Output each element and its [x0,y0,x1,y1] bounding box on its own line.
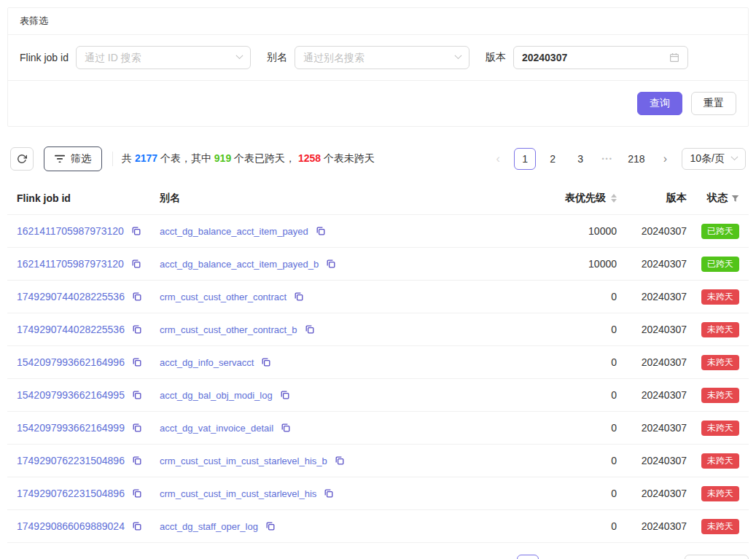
page-button-3[interactable]: 3 [569,148,591,170]
copy-icon[interactable] [133,456,141,465]
alias-cell: crm_cust_cust_other_contract_b [160,324,477,335]
copy-icon[interactable] [262,358,270,367]
sort-icon[interactable] [611,194,617,203]
job-id-cell: 1542097993662164999 [17,422,148,434]
table-row: 1749290762231504896 crm_cust_cust_im_cus… [7,445,749,477]
alias-link[interactable]: acct_dg_balance_acct_item_payed_b [160,259,319,270]
copy-icon[interactable] [133,489,141,498]
page-button-last[interactable]: 218 [623,148,649,170]
page-button-2[interactable]: 2 [545,555,566,559]
refresh-button[interactable] [10,147,34,171]
copy-icon[interactable] [305,325,314,334]
total-count: 2177 [135,152,157,164]
alias-cell: acct_dg_balance_acct_item_payed [160,225,477,237]
job-id-link[interactable]: 1621411705987973120 [17,258,124,270]
copy-icon[interactable] [133,391,141,399]
prev-page-button[interactable]: ‹ [491,555,511,559]
copy-icon[interactable] [335,456,344,465]
alias-link[interactable]: crm_cust_cust_im_cust_starlevel_his_b [160,456,327,466]
status-badge: 未跨天 [701,322,739,337]
copy-icon[interactable] [132,227,141,235]
copy-icon[interactable] [266,522,275,531]
job-id-link[interactable]: 1749290744028225536 [17,324,125,335]
page-button-last[interactable]: 218 [626,555,652,559]
page-size-select[interactable]: 10条/页 [682,148,746,170]
copy-icon[interactable] [133,292,141,301]
status-cell: 未跨天 [698,388,739,403]
page-button-1[interactable]: 1 [517,555,539,559]
alias-link[interactable]: crm_cust_cust_other_contract [160,292,287,302]
alias-cell: crm_cust_cust_im_cust_starlevel_his_b [160,455,477,466]
status-badge: 未跨天 [701,486,739,501]
version-cell: 20240307 [628,488,687,499]
job-id-link[interactable]: 1749290744028225536 [17,291,125,302]
next-page-button[interactable]: › [658,555,679,559]
filter-button[interactable]: 筛选 [44,146,102,171]
alias-link[interactable]: acct_dg_vat_invoice_detail [160,423,273,434]
page-size-select[interactable]: 10条/页 [685,555,749,559]
page-size-value: 10条/页 [690,152,725,165]
calendar-icon [669,52,679,63]
copy-icon[interactable] [133,522,141,531]
alias-link[interactable]: acct_dg_info_servacct [160,357,254,368]
query-button[interactable]: 查询 [637,92,682,115]
page-button-1[interactable]: 1 [514,148,536,170]
job-id-input[interactable] [85,52,228,63]
copy-icon[interactable] [133,358,141,367]
page-button-3[interactable]: 3 [572,555,594,559]
job-id-link[interactable]: 1749290866069889024 [17,520,125,532]
page-jump-ellipsis[interactable]: ••• [600,555,620,559]
copy-icon[interactable] [295,292,303,301]
filter-panel-title: 表筛选 [8,8,748,35]
version-cell: 20240307 [628,291,687,302]
column-filter-icon[interactable] [731,195,739,203]
alias-cell: crm_cust_cust_im_cust_starlevel_his [160,488,477,499]
copy-icon[interactable] [316,227,325,235]
alias-link[interactable]: acct_dg_bal_obj_modi_log [160,390,273,401]
status-cell: 未跨天 [698,355,739,370]
job-id-link[interactable]: 1542097993662164995 [17,389,125,401]
job-id-link[interactable]: 1542097993662164999 [17,422,125,434]
alias-field: 别名 [267,46,469,69]
job-id-label: Flink job id [20,52,69,63]
next-page-button[interactable]: › [655,148,676,170]
job-id-select[interactable] [76,46,251,69]
status-badge: 未跨天 [701,388,739,403]
job-id-cell: 1621411705987973120 [17,258,148,270]
caret-down-icon [611,199,617,203]
table-row: 1749290762231504896 crm_cust_cust_im_cus… [7,477,749,510]
copy-icon[interactable] [281,423,290,432]
column-header-status[interactable]: 状态 [698,192,739,205]
job-id-link[interactable]: 1749290762231504896 [17,488,125,499]
alias-select[interactable] [295,46,469,69]
job-id-link[interactable]: 1749290762231504896 [17,455,125,466]
copy-icon[interactable] [133,423,141,432]
alias-link[interactable]: crm_cust_cust_other_contract_b [160,324,297,335]
alias-link[interactable]: acct_dg_staff_oper_log [160,521,258,532]
prev-page-button[interactable]: ‹ [488,148,508,170]
summary-text: 共 2177 个表，其中 919 个表已跨天， 1258 个表未跨天 [122,152,375,165]
version-date-picker[interactable] [513,46,688,69]
copy-icon[interactable] [133,325,141,334]
copy-icon[interactable] [327,259,335,268]
reset-button[interactable]: 重置 [691,92,736,115]
column-header-priority[interactable]: 表优先级 [488,192,617,205]
alias-input[interactable] [303,52,447,63]
alias-link[interactable]: acct_dg_balance_acct_item_payed [160,226,308,237]
version-input[interactable] [522,52,666,63]
job-id-link[interactable]: 1621411705987973120 [17,225,124,237]
priority-cell: 0 [488,422,617,434]
copy-icon[interactable] [132,259,141,268]
page-jump-ellipsis[interactable]: ••• [597,148,617,170]
status-cell: 已跨天 [698,224,739,239]
copy-icon[interactable] [281,391,289,399]
priority-cell: 0 [488,324,617,335]
version-label: 版本 [486,51,506,64]
copy-icon[interactable] [324,489,333,498]
page-button-2[interactable]: 2 [542,148,564,170]
pagination-bottom: ‹ 1 2 3 ••• 218 › 10条/页 [491,555,749,559]
alias-link[interactable]: crm_cust_cust_im_cust_starlevel_his [160,488,316,499]
job-id-link[interactable]: 1542097993662164996 [17,356,125,368]
priority-cell: 10000 [488,258,617,270]
status-badge: 未跨天 [701,421,739,436]
